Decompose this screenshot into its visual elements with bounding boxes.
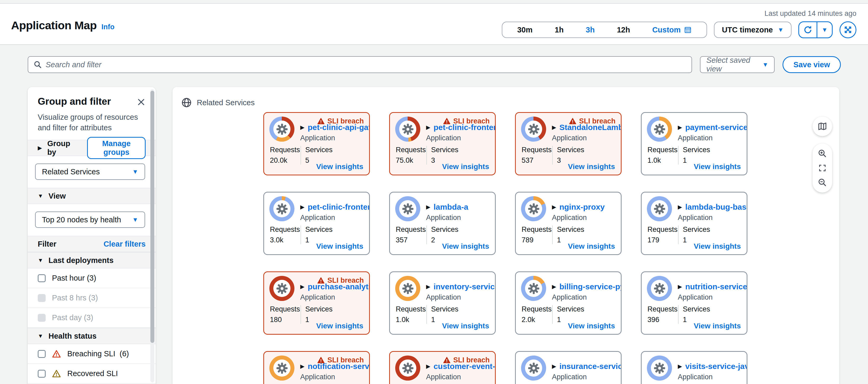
service-card[interactable]: SLI breach <box>389 112 496 175</box>
time-range-1h[interactable]: 1h <box>544 26 575 34</box>
view-insights-link[interactable]: View insights <box>568 162 615 171</box>
health-donut <box>395 355 420 381</box>
expand-node-icon[interactable]: ▶ <box>552 363 556 370</box>
zoom-in-button[interactable] <box>817 149 827 158</box>
checkbox[interactable] <box>38 350 45 358</box>
view-insights-link[interactable]: View insights <box>316 242 363 251</box>
service-card[interactable]: SLI breach <box>389 192 496 255</box>
expand-node-icon[interactable]: ▶ <box>552 124 556 131</box>
health-status-section-header[interactable]: ▼ Health status <box>28 328 156 344</box>
service-card[interactable]: SLI breach <box>515 112 622 175</box>
breaching-warning-icon <box>52 349 61 358</box>
expand-node-icon[interactable]: ▶ <box>300 124 305 131</box>
refresh-button[interactable] <box>799 22 816 37</box>
expand-node-icon[interactable]: ▶ <box>300 284 305 290</box>
card-stats: Requests 2.0k Services 1 <box>521 305 616 324</box>
service-card[interactable]: SLI breach <box>641 271 747 335</box>
manage-groups-button[interactable]: Manage groups <box>87 137 146 159</box>
gear-icon <box>402 283 414 294</box>
fit-to-view-button[interactable] <box>818 164 827 172</box>
fullscreen-button[interactable] <box>839 21 857 38</box>
time-range-3h-selected[interactable]: 3h <box>575 26 606 34</box>
view-insights-link[interactable]: View insights <box>694 242 741 251</box>
service-card[interactable]: SLI breach <box>641 192 747 255</box>
gear-icon <box>528 123 539 135</box>
view-insights-link[interactable]: View insights <box>442 242 489 251</box>
zoom-in-icon <box>817 149 827 158</box>
view-insights-link[interactable]: View insights <box>316 162 363 171</box>
time-range-12h[interactable]: 12h <box>606 26 641 34</box>
requests-value: 20.0k <box>270 156 296 165</box>
sli-breach-label: SLI breach <box>579 117 616 125</box>
checkbox[interactable] <box>38 274 45 282</box>
view-insights-link[interactable]: View insights <box>694 162 741 171</box>
service-card[interactable]: SLI breach <box>515 192 622 255</box>
view-insights-link[interactable]: View insights <box>316 322 363 330</box>
timezone-select[interactable]: UTC timezone ▼ <box>714 22 792 38</box>
info-link[interactable]: Info <box>101 23 115 31</box>
sidebar-scrollbar-thumb[interactable] <box>150 91 154 343</box>
view-insights-link[interactable]: View insights <box>442 162 489 171</box>
checkbox-disabled <box>38 294 45 302</box>
group-by-section-header[interactable]: ▶ Group by Manage groups <box>28 140 156 156</box>
minimap-toggle-button[interactable] <box>813 117 832 136</box>
close-panel-button[interactable] <box>137 96 146 107</box>
requests-value: 180 <box>270 316 296 324</box>
service-card[interactable]: SLI breach <box>263 271 370 335</box>
view-insights-link[interactable]: View insights <box>568 242 615 251</box>
service-name-link[interactable]: lambda-a <box>433 202 468 212</box>
expand-node-icon[interactable]: ▶ <box>552 284 556 290</box>
expand-node-icon[interactable]: ▶ <box>678 363 682 370</box>
last-deployments-section-header[interactable]: ▼ Last deployments <box>28 252 156 268</box>
expand-node-icon[interactable]: ▶ <box>426 204 430 210</box>
view-insights-link[interactable]: View insights <box>694 322 741 330</box>
requests-label: Requests <box>522 146 548 154</box>
services-label: Services <box>557 146 584 154</box>
search-input[interactable] <box>45 60 686 69</box>
expand-node-icon[interactable]: ▶ <box>300 204 305 210</box>
service-card[interactable]: SLI breach <box>641 351 747 384</box>
view-insights-link[interactable]: View insights <box>442 322 489 330</box>
services-label: Services <box>305 225 333 234</box>
saved-view-select[interactable]: Select saved view ▼ <box>700 56 775 73</box>
service-name-link[interactable]: billing-service-python <box>559 282 622 291</box>
service-name-link[interactable]: insurance-service-pyth... <box>559 362 622 371</box>
zoom-out-button[interactable] <box>817 178 827 187</box>
service-card[interactable]: SLI breach <box>263 192 370 255</box>
service-card[interactable]: SLI breach <box>263 351 370 384</box>
time-range-30m[interactable]: 30m <box>506 26 544 34</box>
service-card[interactable]: SLI breach <box>641 112 747 175</box>
service-card[interactable]: SLI breach <box>389 351 496 384</box>
expand-node-icon[interactable]: ▶ <box>300 363 305 370</box>
service-card[interactable]: SLI breach <box>263 112 370 175</box>
gear-icon <box>402 362 414 374</box>
expand-node-icon[interactable]: ▶ <box>678 124 682 131</box>
group-by-select[interactable]: Related Services ▼ <box>35 163 145 180</box>
clear-filters-link[interactable]: Clear filters <box>103 240 146 249</box>
service-card[interactable]: SLI breach <box>389 271 496 335</box>
service-name-link[interactable]: pet-clinic-frontend-java <box>308 202 370 212</box>
service-card[interactable]: SLI breach <box>515 351 622 384</box>
service-type-label: Application <box>552 293 616 301</box>
expand-node-icon[interactable]: ▶ <box>426 363 430 370</box>
expand-node-icon[interactable]: ▶ <box>426 284 430 290</box>
service-name-link[interactable]: nutrition-service-nodejs <box>685 282 747 291</box>
checkbox[interactable] <box>38 370 45 378</box>
expand-node-icon[interactable]: ▶ <box>552 204 556 210</box>
service-name-link[interactable]: nginx-proxy <box>559 202 605 212</box>
view-section-header[interactable]: ▼ View <box>28 188 156 204</box>
view-select[interactable]: Top 20 nodes by health ▼ <box>35 212 145 228</box>
view-insights-link[interactable]: View insights <box>568 322 615 330</box>
expand-node-icon[interactable]: ▶ <box>678 204 682 210</box>
expand-node-icon[interactable]: ▶ <box>426 124 430 131</box>
service-card[interactable]: SLI breach <box>515 271 622 335</box>
service-name-link[interactable]: lambda-bug-bash <box>685 202 747 212</box>
service-name-link[interactable]: visits-service-java <box>685 362 747 371</box>
service-name-link[interactable]: inventory-service-java <box>433 282 496 291</box>
expand-node-icon[interactable]: ▶ <box>678 284 682 290</box>
time-range-custom[interactable]: Custom <box>641 26 703 34</box>
service-name-link[interactable]: payment-service-dotnet <box>685 123 747 132</box>
save-view-button[interactable]: Save view <box>782 56 841 73</box>
panel-title: Group and filter <box>38 96 111 107</box>
refresh-options-button[interactable]: ▼ <box>816 22 832 37</box>
